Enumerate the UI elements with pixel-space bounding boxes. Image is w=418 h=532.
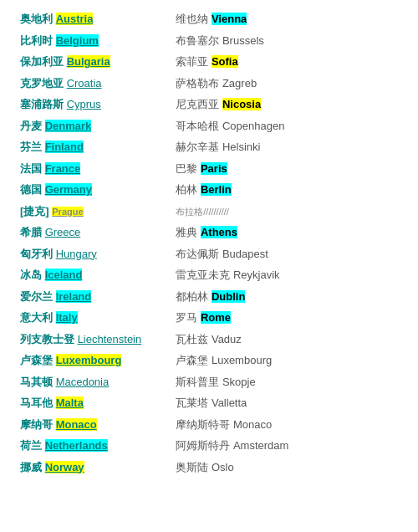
en-capital: Nicosia [222,98,261,110]
table-row: 塞浦路斯 Cyprus尼克西亚 Nicosia [17,94,401,115]
en-capital: Sofia [212,55,238,68]
country-cell: 塞浦路斯 Cyprus [17,94,172,115]
zh-capital: 布鲁塞尔 [176,34,222,47]
table-row: 摩纳哥 Monaco摩纳斯特哥 Monaco [17,414,401,436]
zh-country: 卢森堡 [20,354,56,366]
en-country[interactable]: Croatia [67,77,102,90]
capital-cell: 瓦杜兹 Vaduz [172,329,401,350]
capital-cell: 瓦莱塔 Valletta [172,392,401,414]
country-cell: 希腊 Greece [17,222,172,243]
table-row: 卢森堡 Luxembourg卢森堡 Luxembourg [17,350,401,371]
capital-cell: 哥本哈根 Copenhagen [172,115,401,137]
en-country[interactable]: Hungary [56,248,97,260]
en-country[interactable]: Netherlands [45,439,108,452]
country-cell: 摩纳哥 Monaco [17,414,172,436]
en-country[interactable]: Liechtenstein [78,333,142,345]
country-cell: 爱尔兰 Ireland [17,286,172,308]
en-country[interactable]: Belgium [56,34,99,47]
country-cell: 丹麦 Denmark [17,115,172,137]
zh-country: 摩纳哥 [20,418,56,431]
en-country[interactable]: Denmark [45,120,92,132]
zh-capital: 赫尔辛基 [176,141,222,153]
capital-cell: 卢森堡 Luxembourg [172,350,401,371]
zh-capital: 柏林 [176,183,201,196]
zh-capital: 瓦莱塔 [176,396,212,409]
zh-country: 冰岛 [20,269,45,281]
zh-capital: 尼克西亚 [176,98,222,110]
capital-cell: 布拉格////////// [172,201,401,223]
zh-capital: 罗马 [176,311,201,324]
zh-country: 奥地利 [20,13,56,25]
zh-capital: 萨格勒布 [176,77,222,90]
table-row: 德国 Germany柏林 Berlin [17,179,401,201]
en-country[interactable]: Prague [52,207,83,217]
table-row: 列支教士登 Liechtenstein瓦杜兹 Vaduz [17,329,401,350]
en-capital: Oslo [212,461,234,473]
zh-country: 荷兰 [20,439,45,452]
en-capital: Reykjavik [233,269,280,281]
en-country[interactable]: Monaco [56,418,97,431]
capital-cell: 柏林 Berlin [172,179,401,201]
table-row: 马耳他 Malta瓦莱塔 Valletta [17,392,401,414]
country-cell: 挪威 Norway [17,457,172,478]
country-cell: 意大利 Italy [17,307,172,329]
en-capital: Amsterdam [233,439,288,452]
en-capital: Luxembourg [212,354,272,366]
zh-capital: 维也纳 [176,13,212,25]
zh-capital: 索菲亚 [176,55,212,68]
zh-country: [捷克] [20,205,52,217]
country-capital-table: 奥地利 Austria维也纳 Vienna比利时 Belgium布鲁塞尔 Bru… [17,8,401,478]
country-cell: 克罗地亚 Croatia [17,73,172,95]
en-capital: Athens [201,226,237,238]
en-country[interactable]: Germany [45,183,92,196]
table-row: 希腊 Greece雅典 Athens [17,222,401,243]
zh-country: 丹麦 [20,120,45,132]
country-cell: 冰岛 Iceland [17,264,172,286]
en-country[interactable]: Bulgaria [67,55,110,68]
en-capital: Berlin [201,183,232,196]
zh-country: 爱尔兰 [20,290,56,303]
capital-cell: 赫尔辛基 Helsinki [172,136,401,158]
country-cell: 卢森堡 Luxembourg [17,350,172,371]
table-row: 保加利亚 Bulgaria索菲亚 Sofia [17,51,401,73]
capital-cell: 巴黎 Paris [172,158,401,180]
zh-capital: 卢森堡 [176,354,212,366]
table-row: 挪威 Norway奥斯陆 Oslo [17,457,401,478]
table-row: 匈牙利 Hungary布达佩斯 Budapest [17,243,401,265]
en-country[interactable]: Iceland [45,269,83,281]
en-country[interactable]: Finland [45,141,84,153]
en-capital: Paris [201,162,227,175]
en-capital: Vaduz [212,333,242,345]
table-row: 芬兰 Finland赫尔辛基 Helsinki [17,136,401,158]
table-row: 法国 France巴黎 Paris [17,158,401,180]
capital-cell: 雷克亚未克 Reykjavik [172,264,401,286]
en-country[interactable]: Italy [56,311,78,324]
en-country[interactable]: Austria [56,13,94,25]
en-country[interactable]: Ireland [56,290,92,303]
en-country[interactable]: France [45,162,81,175]
en-country[interactable]: Greece [45,226,81,238]
zh-capital: 阿姆斯特丹 [176,439,233,452]
table-row: 爱尔兰 Ireland都柏林 Dublin [17,286,401,308]
zh-country: 意大利 [20,311,56,324]
country-cell: 马耳他 Malta [17,392,172,414]
zh-country: 德国 [20,183,45,196]
country-cell: 比利时 Belgium [17,30,172,52]
zh-country: 马耳他 [20,396,56,409]
table-row: [捷克] Prague布拉格////////// [17,201,401,223]
capital-cell: 索菲亚 Sofia [172,51,401,73]
capital-cell: 摩纳斯特哥 Monaco [172,414,401,436]
en-country[interactable]: Cyprus [67,98,101,110]
en-country[interactable]: Luxembourg [56,354,122,366]
en-capital: Vienna [212,13,247,25]
en-capital: Brussels [222,34,264,47]
en-capital: Dublin [212,290,245,303]
zh-country: 保加利亚 [20,55,67,68]
table-row: 丹麦 Denmark哥本哈根 Copenhagen [17,115,401,137]
en-country[interactable]: Macedonia [56,376,110,388]
capital-cell: 尼克西亚 Nicosia [172,94,401,115]
table-row: 马其顿 Macedonia斯科普里 Skopje [17,371,401,393]
en-country[interactable]: Malta [56,396,84,409]
en-country[interactable]: Norway [45,461,84,473]
capital-cell: 布达佩斯 Budapest [172,243,401,265]
